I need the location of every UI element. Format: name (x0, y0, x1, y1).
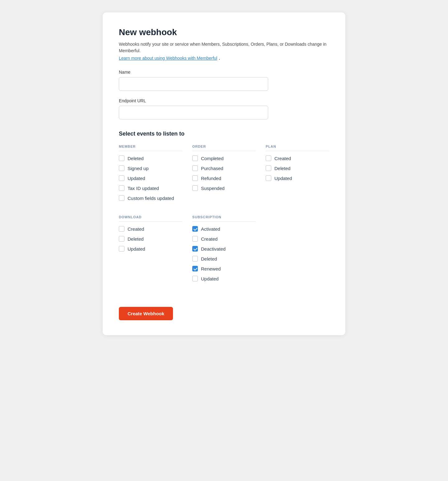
checkbox-item-order_purchased[interactable]: Purchased (192, 165, 256, 171)
custom-checkbox-order_purchased (192, 165, 198, 171)
checkbox-item-plan_updated[interactable]: Updated (266, 175, 329, 181)
checkbox-item-member_updated[interactable]: Updated (119, 175, 182, 181)
checkbox-item-member_custom_fields_updated[interactable]: Custom fields updated (119, 195, 182, 201)
checkbox-label-subscription_activated: Activated (201, 226, 220, 232)
endpoint-field-section: Endpoint URL (119, 98, 329, 119)
custom-checkbox-plan_deleted (266, 165, 271, 171)
custom-checkbox-member_signed_up (119, 165, 124, 171)
checkbox-label-member_custom_fields_updated: Custom fields updated (128, 196, 174, 201)
category-label-subscription: SUBSCRIPTION (192, 215, 256, 222)
custom-checkbox-download_updated (119, 246, 124, 252)
checkbox-item-subscription_deleted[interactable]: Deleted (192, 256, 256, 261)
events-column-order: ORDERCompletedPurchasedRefundedSuspended (192, 145, 256, 205)
custom-checkbox-member_updated (119, 175, 124, 181)
custom-checkbox-member_tax_id_updated (119, 185, 124, 191)
checkbox-label-order_suspended: Suspended (201, 186, 225, 191)
checkbox-item-member_signed_up[interactable]: Signed up (119, 165, 182, 171)
category-label-download: DOWNLOAD (119, 215, 182, 222)
events-bottom-grid: DOWNLOADCreatedDeletedUpdatedSUBSCRIPTIO… (119, 215, 329, 286)
custom-checkbox-order_refunded (192, 175, 198, 181)
checkbox-label-subscription_deleted: Deleted (201, 256, 217, 261)
custom-checkbox-order_suspended (192, 185, 198, 191)
page-title: New webhook (119, 27, 329, 37)
custom-checkbox-subscription_renewed (192, 266, 198, 271)
checkbox-item-plan_deleted[interactable]: Deleted (266, 165, 329, 171)
custom-checkbox-subscription_deactivated (192, 246, 198, 252)
checkbox-label-member_deleted: Deleted (128, 156, 144, 161)
name-label: Name (119, 70, 329, 75)
checkbox-label-member_tax_id_updated: Tax ID updated (128, 186, 159, 191)
checkbox-item-subscription_created[interactable]: Created (192, 236, 256, 242)
checkbox-item-download_updated[interactable]: Updated (119, 246, 182, 252)
events-section-title: Select events to listen to (119, 131, 329, 137)
checkbox-label-plan_deleted: Deleted (274, 166, 291, 171)
checkbox-label-member_updated: Updated (128, 176, 145, 181)
checkbox-label-order_purchased: Purchased (201, 166, 223, 171)
custom-checkbox-plan_updated (266, 175, 271, 181)
checkbox-item-download_created[interactable]: Created (119, 226, 182, 232)
create-webhook-button[interactable]: Create Webhook (119, 307, 173, 320)
custom-checkbox-subscription_deleted (192, 256, 198, 261)
checkbox-item-member_tax_id_updated[interactable]: Tax ID updated (119, 185, 182, 191)
custom-checkbox-download_created (119, 226, 124, 232)
name-field-section: Name (119, 70, 329, 91)
checkbox-label-subscription_updated: Updated (201, 276, 219, 281)
checkbox-item-order_refunded[interactable]: Refunded (192, 175, 256, 181)
webhook-form-card: New webhook Webhooks notify your site or… (103, 12, 345, 335)
checkbox-item-subscription_activated[interactable]: Activated (192, 226, 256, 232)
checkbox-label-order_refunded: Refunded (201, 176, 221, 181)
events-column-subscription: SUBSCRIPTIONActivatedCreatedDeactivatedD… (192, 215, 256, 286)
checkbox-item-subscription_renewed[interactable]: Renewed (192, 266, 256, 271)
custom-checkbox-subscription_created (192, 236, 198, 242)
submit-area: Create Webhook (119, 301, 329, 320)
learn-more-link[interactable]: Learn more about using Webhooks with Mem… (119, 56, 217, 61)
category-label-plan: PLAN (266, 145, 329, 151)
checkbox-item-order_completed[interactable]: Completed (192, 155, 256, 161)
category-label-member: MEMBER (119, 145, 182, 151)
checkbox-label-download_created: Created (128, 226, 144, 232)
endpoint-label: Endpoint URL (119, 98, 329, 103)
checkbox-label-download_deleted: Deleted (128, 236, 144, 242)
name-input[interactable] (119, 77, 268, 91)
page-description: Webhooks notify your site or service whe… (119, 41, 329, 54)
checkbox-item-order_suspended[interactable]: Suspended (192, 185, 256, 191)
events-column-member: MEMBERDeletedSigned upUpdatedTax ID upda… (119, 145, 182, 205)
events-top-grid: MEMBERDeletedSigned upUpdatedTax ID upda… (119, 145, 329, 205)
custom-checkbox-plan_created (266, 155, 271, 161)
checkbox-item-download_deleted[interactable]: Deleted (119, 236, 182, 242)
checkbox-item-plan_created[interactable]: Created (266, 155, 329, 161)
custom-checkbox-member_custom_fields_updated (119, 195, 124, 201)
checkbox-label-subscription_created: Created (201, 236, 217, 242)
checkbox-item-member_deleted[interactable]: Deleted (119, 155, 182, 161)
custom-checkbox-order_completed (192, 155, 198, 161)
checkbox-label-download_updated: Updated (128, 246, 145, 252)
checkbox-item-subscription_deactivated[interactable]: Deactivated (192, 246, 256, 252)
custom-checkbox-download_deleted (119, 236, 124, 242)
checkbox-label-member_signed_up: Signed up (128, 166, 149, 171)
category-label-order: ORDER (192, 145, 256, 151)
checkbox-label-order_completed: Completed (201, 156, 224, 161)
checkbox-item-subscription_updated[interactable]: Updated (192, 276, 256, 281)
custom-checkbox-member_deleted (119, 155, 124, 161)
checkbox-label-subscription_deactivated: Deactivated (201, 246, 226, 252)
events-column-download: DOWNLOADCreatedDeletedUpdated (119, 215, 182, 286)
custom-checkbox-subscription_activated (192, 226, 198, 232)
custom-checkbox-subscription_updated (192, 276, 198, 281)
checkbox-label-plan_updated: Updated (274, 176, 292, 181)
checkbox-label-plan_created: Created (274, 156, 291, 161)
events-column-plan: PLANCreatedDeletedUpdated (266, 145, 329, 205)
checkbox-label-subscription_renewed: Renewed (201, 266, 221, 271)
endpoint-input[interactable] (119, 106, 268, 119)
events-column-empty (266, 215, 329, 286)
